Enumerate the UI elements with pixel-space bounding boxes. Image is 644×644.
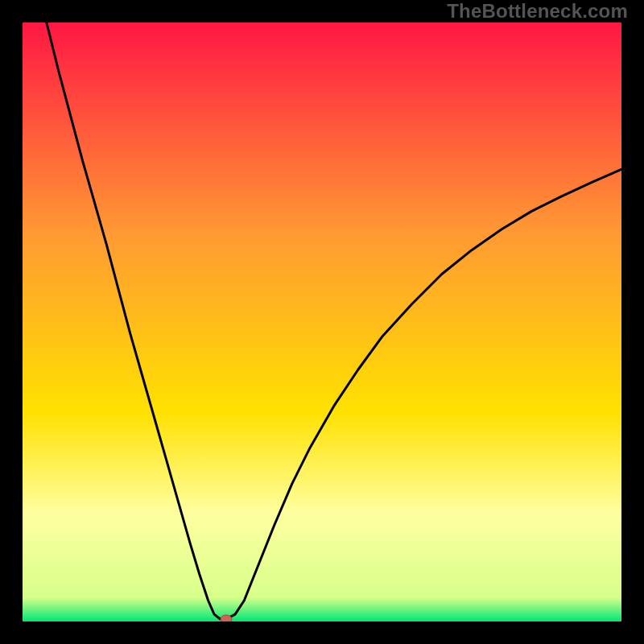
chart-frame: TheBottleneck.com (0, 0, 644, 644)
watermark-text: TheBottleneck.com (447, 0, 628, 23)
gradient-background (23, 23, 621, 621)
optimal-point-marker (221, 615, 232, 621)
plot-area (23, 23, 621, 621)
chart-svg (23, 23, 621, 621)
